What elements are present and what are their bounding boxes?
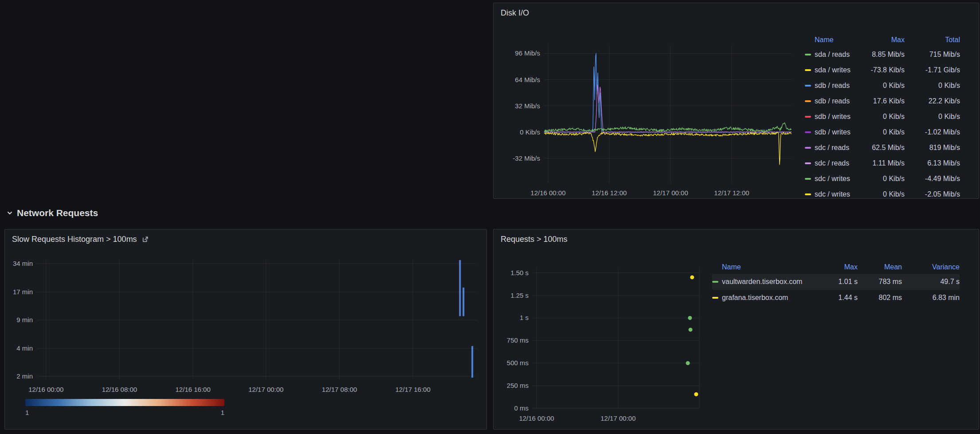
- series-color-swatch: [805, 147, 811, 149]
- panel-title-requests[interactable]: Requests > 100ms: [501, 235, 568, 244]
- series-max: 1.44 s: [818, 294, 858, 302]
- panel-requests: Requests > 100ms 1.50 s1.25 s1 s750 ms50…: [493, 229, 979, 430]
- series-total: 819 Mib/s: [905, 144, 960, 152]
- requests-legend-table: Name Max Mean Variance vaultwarden.tiser…: [712, 260, 960, 306]
- series-name: sdb / reads: [815, 97, 864, 105]
- y-axis-tick-label: 4 min: [4, 344, 33, 352]
- series-total: -1.02 Mib/s: [905, 128, 960, 136]
- series-name: sdb / writes: [815, 128, 864, 136]
- y-axis-tick-label: 64 Mib/s: [502, 76, 540, 83]
- y-axis-tick-label: 250 ms: [493, 382, 529, 389]
- series-color-swatch: [805, 193, 811, 195]
- legend-row[interactable]: vaultwarden.tiserbox.com 1.01 s 783 ms 4…: [712, 274, 960, 290]
- series-name: sdc / reads: [815, 159, 864, 167]
- series-total: 0 Kib/s: [905, 82, 960, 90]
- series-name: sda / reads: [815, 51, 864, 59]
- series-color-swatch: [712, 281, 718, 283]
- y-axis-tick-label: 500 ms: [493, 359, 529, 367]
- legend-col-total[interactable]: Total: [905, 36, 960, 44]
- legend-header-row: Name Max Total: [805, 33, 960, 47]
- x-axis-tick-label: 12/16 00:00: [510, 414, 563, 422]
- series-mean: 783 ms: [858, 278, 902, 286]
- series-variance: 6.83 min: [902, 294, 960, 302]
- y-axis-tick-label: 1.50 s: [493, 269, 529, 276]
- requests-scatter-chart[interactable]: 1.50 s1.25 s1 s750 ms500 ms250 ms0 ms12/…: [533, 267, 699, 408]
- legend-row[interactable]: sda / writes -73.8 Kib/s -1.71 Gib/s: [805, 62, 960, 78]
- y-axis-tick-label: 96 Mib/s: [502, 49, 540, 57]
- disk-io-legend-table: Name Max Total sda / reads 8.85 Mib/s 71…: [805, 33, 960, 199]
- y-axis-tick-label: -32 Mib/s: [502, 154, 540, 162]
- y-axis-tick-label: 750 ms: [493, 336, 529, 344]
- legend-row[interactable]: sdc / writes 0 Kib/s -2.05 Mib/s: [805, 186, 960, 199]
- series-name: sdb / writes: [815, 113, 864, 121]
- legend-row[interactable]: sdb / writes 0 Kib/s -1.02 Mib/s: [805, 124, 960, 140]
- legend-header-row: Name Max Mean Variance: [712, 260, 960, 274]
- series-max: 1.11 Mib/s: [864, 159, 905, 167]
- series-total: 0 Kib/s: [905, 113, 960, 121]
- x-axis-tick-label: 12/17 08:00: [313, 386, 366, 393]
- x-axis-tick-label: 12/16 00:00: [20, 386, 73, 393]
- series-color-swatch: [805, 69, 811, 71]
- series-max: 1.01 s: [818, 278, 858, 286]
- series-color-swatch: [805, 100, 811, 102]
- series-name: vaultwarden.tiserbox.com: [722, 278, 818, 286]
- legend-row[interactable]: sdc / reads 1.11 Mib/s 6.13 Mib/s: [805, 155, 960, 171]
- series-max: 0 Kib/s: [864, 128, 905, 136]
- y-axis-tick-label: 0 Kib/s: [502, 128, 540, 136]
- x-axis-tick-label: 12/16 00:00: [521, 189, 575, 197]
- color-scale-min-label: 1: [25, 409, 29, 416]
- series-name: grafana.tiserbox.com: [722, 294, 818, 302]
- series-variance: 49.7 s: [902, 278, 960, 286]
- legend-col-max[interactable]: Max: [864, 36, 905, 44]
- panel-disk-io: Disk I/O 96 Mib/s64 Mib/s32 Mib/s0 Kib/s…: [493, 3, 979, 199]
- legend-col-name[interactable]: Name: [805, 36, 864, 44]
- legend-row[interactable]: sdc / writes 0 Kib/s -4.49 Mib/s: [805, 171, 960, 186]
- panel-title-text: Disk I/O: [501, 8, 529, 18]
- series-name: sdb / reads: [815, 82, 864, 90]
- y-axis-tick-label: 2 min: [4, 372, 33, 380]
- color-scale-max-label: 1: [211, 409, 224, 416]
- panel-title-disk-io[interactable]: Disk I/O: [501, 8, 529, 18]
- series-name: sdc / writes: [815, 190, 864, 198]
- series-name: sda / writes: [815, 66, 864, 74]
- series-max: 8.85 Mib/s: [864, 51, 905, 59]
- series-name: sdc / reads: [815, 144, 864, 152]
- legend-row[interactable]: grafana.tiserbox.com 1.44 s 802 ms 6.83 …: [712, 290, 960, 306]
- series-max: -73.8 Kib/s: [864, 66, 905, 74]
- y-axis-tick-label: 17 min: [4, 288, 33, 296]
- disk-io-chart[interactable]: 96 Mib/s64 Mib/s32 Mib/s0 Kib/s-32 Mib/s…: [544, 45, 792, 183]
- series-total: -1.71 Gib/s: [905, 66, 960, 74]
- y-axis-tick-label: 0 ms: [493, 404, 529, 412]
- grafana-dashboard: Disk I/O 96 Mib/s64 Mib/s32 Mib/s0 Kib/s…: [0, 0, 980, 434]
- y-axis-tick-label: 32 Mib/s: [502, 102, 540, 110]
- series-total: 715 Mib/s: [905, 51, 960, 59]
- legend-col-max[interactable]: Max: [818, 263, 858, 271]
- legend-rows: sda / reads 8.85 Mib/s 715 Mib/s sda / w…: [805, 47, 960, 199]
- series-total: 6.13 Mib/s: [905, 159, 960, 167]
- series-mean: 802 ms: [858, 294, 902, 302]
- panel-title-slow-requests[interactable]: Slow Requests Histogram > 100ms: [12, 235, 149, 244]
- series-max: 0 Kib/s: [864, 113, 905, 121]
- x-axis-tick-label: 12/16 16:00: [166, 386, 220, 393]
- series-color-swatch: [805, 162, 811, 164]
- legend-col-mean[interactable]: Mean: [858, 263, 902, 271]
- legend-row[interactable]: sdc / reads 62.5 Mib/s 819 Mib/s: [805, 140, 960, 155]
- external-link-icon[interactable]: [141, 236, 149, 243]
- series-max: 62.5 Mib/s: [864, 144, 905, 152]
- legend-col-variance[interactable]: Variance: [902, 263, 960, 271]
- y-axis-tick-label: 9 min: [4, 316, 33, 324]
- x-axis-tick-label: 12/17 00:00: [592, 414, 645, 422]
- legend-row[interactable]: sdb / writes 0 Kib/s 0 Kib/s: [805, 109, 960, 124]
- slow-requests-heatmap[interactable]: 34 min17 min9 min4 min2 min12/16 00:0012…: [37, 260, 477, 379]
- series-total: -2.05 Mib/s: [905, 190, 960, 198]
- series-color-swatch: [805, 54, 811, 55]
- series-color-swatch: [805, 178, 811, 180]
- legend-row[interactable]: sdb / reads 0 Kib/s 0 Kib/s: [805, 78, 960, 93]
- legend-row[interactable]: sdb / reads 17.6 Kib/s 22.2 Kib/s: [805, 93, 960, 109]
- x-axis-tick-label: 12/17 16:00: [386, 386, 439, 393]
- legend-col-name[interactable]: Name: [712, 263, 818, 271]
- legend-row[interactable]: sda / reads 8.85 Mib/s 715 Mib/s: [805, 47, 960, 62]
- series-total: -4.49 Mib/s: [905, 175, 960, 183]
- series-color-swatch: [712, 297, 718, 299]
- section-row-network-requests[interactable]: Network Requests: [6, 208, 98, 218]
